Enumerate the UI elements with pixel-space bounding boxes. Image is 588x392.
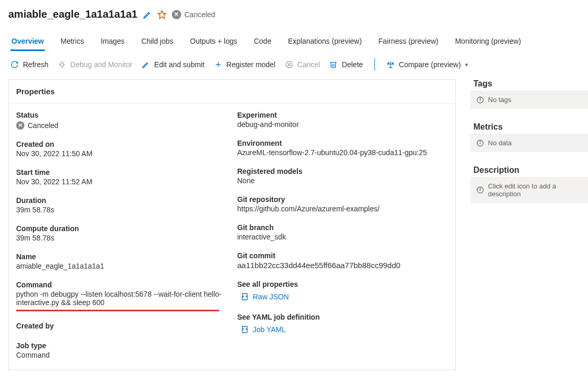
tab-overview[interactable]: Overview — [10, 33, 45, 51]
description-empty-box[interactable]: Click edit icon to add a description — [470, 177, 588, 203]
job-type-label: Job type — [16, 342, 227, 350]
job-yaml-link[interactable]: Job YAML — [241, 325, 286, 334]
tab-images[interactable]: Images — [99, 33, 126, 51]
tags-section: Tags No tags — [470, 79, 588, 109]
duration-label: Duration — [16, 196, 227, 205]
git-branch-value: interactive_sdk — [237, 233, 448, 241]
page-header: amiable_eagle_1a1a1a1a1 ✕ Canceled — [0, 0, 588, 23]
field-status: Status ✕ Canceled — [16, 111, 227, 130]
metrics-empty-text: No data — [488, 139, 512, 147]
tab-explanations[interactable]: Explanations (preview) — [287, 33, 363, 51]
file-icon — [241, 325, 249, 334]
job-title: amiable_eagle_1a1a1a1a1 — [8, 8, 137, 20]
canceled-icon: ✕ — [16, 121, 24, 130]
register-model-button[interactable]: Register model — [214, 60, 276, 69]
command-highlight-underline — [16, 310, 219, 311]
field-see-yaml: See YAML job definition Job YAML — [237, 313, 448, 335]
toolbar: Refresh Debug and Monitor Edit and submi… — [0, 51, 588, 79]
debug-label: Debug and Monitor — [70, 60, 132, 69]
field-name: Name amiable_eagle_1a1a1a1a1 — [16, 252, 227, 270]
tab-child-jobs[interactable]: Child jobs — [140, 33, 174, 51]
cancel-label: Cancel — [297, 60, 320, 69]
field-created-by: Created by — [16, 322, 227, 331]
registered-models-value: None — [237, 176, 448, 185]
job-type-value: Command — [16, 351, 227, 359]
raw-json-link[interactable]: Raw JSON — [241, 293, 289, 301]
edit-submit-button[interactable]: Edit and submit — [142, 60, 205, 69]
status-badge: ✕ Canceled — [172, 10, 215, 19]
tab-code[interactable]: Code — [253, 33, 272, 51]
field-job-type: Job type Command — [16, 342, 227, 359]
info-icon — [477, 96, 484, 104]
field-experiment: Experiment debug-and-monitor — [237, 111, 448, 129]
cancel-button: Cancel — [285, 60, 320, 69]
registered-models-label: Registered models — [237, 167, 448, 175]
git-repo-value: https://github.com/Azure/azureml-example… — [237, 205, 448, 213]
field-registered-models: Registered models None — [237, 167, 448, 185]
job-yaml-label: Job YAML — [253, 325, 286, 334]
cancel-icon — [285, 60, 293, 69]
svg-point-18 — [480, 141, 480, 142]
file-icon — [241, 293, 249, 301]
scale-icon — [386, 60, 395, 69]
experiment-label: Experiment — [237, 111, 448, 119]
refresh-label: Refresh — [23, 60, 48, 69]
pencil-icon — [142, 60, 150, 69]
register-model-label: Register model — [227, 60, 276, 69]
svg-point-21 — [480, 188, 480, 189]
compare-label: Compare (preview) — [399, 60, 461, 69]
properties-left-column: Status ✕ Canceled Created on Nov 30, 202… — [16, 111, 227, 359]
created-on-value: Nov 30, 2022 11:50 AM — [16, 149, 227, 158]
metrics-section: Metrics No data — [470, 122, 588, 152]
field-see-all-props: See all properties Raw JSON — [237, 280, 448, 302]
canceled-icon: ✕ — [172, 10, 181, 19]
tags-empty-box: No tags — [470, 91, 588, 109]
compare-button[interactable]: Compare (preview) ▾ — [386, 60, 468, 69]
name-label: Name — [16, 252, 227, 261]
delete-button[interactable]: Delete — [329, 60, 362, 69]
edit-title-icon[interactable] — [143, 10, 152, 19]
environment-label: Environment — [237, 139, 448, 147]
command-label: Command — [16, 281, 227, 289]
status-text: Canceled — [184, 10, 215, 19]
debug-button: Debug and Monitor — [58, 60, 132, 69]
field-created-on: Created on Nov 30, 2022 11:50 AM — [16, 140, 227, 158]
see-yaml-label: See YAML job definition — [237, 313, 448, 321]
plus-icon — [214, 60, 222, 69]
experiment-link[interactable]: debug-and-monitor — [237, 120, 448, 129]
bug-icon — [58, 60, 66, 69]
trash-icon — [329, 60, 337, 69]
duration-value: 39m 58.78s — [16, 206, 227, 214]
git-commit-link[interactable]: aa11bb22cc33dd44ee55ff66aa77bb88cc99dd0 — [237, 261, 448, 270]
field-compute-duration: Compute duration 39m 58.78s — [16, 224, 227, 242]
tab-metrics[interactable]: Metrics — [59, 33, 85, 51]
content-area: Properties Status ✕ Canceled Created on … — [0, 79, 588, 381]
toolbar-separator — [374, 58, 375, 71]
environment-link[interactable]: AzureML-tensorflow-2.7-ubuntu20.04-py38-… — [237, 148, 448, 157]
chevron-down-icon: ▾ — [465, 61, 468, 68]
svg-point-15 — [480, 98, 480, 98]
tab-outputs-logs[interactable]: Outputs + logs — [189, 33, 239, 51]
field-duration: Duration 39m 58.78s — [16, 196, 227, 214]
description-section: Description Click edit icon to add a des… — [470, 166, 588, 203]
edit-submit-label: Edit and submit — [154, 60, 205, 69]
status-label: Status — [16, 111, 227, 119]
field-start-time: Start time Nov 30, 2022 11:52 AM — [16, 168, 227, 186]
properties-header: Properties — [9, 80, 455, 104]
field-environment: Environment AzureML-tensorflow-2.7-ubunt… — [237, 139, 448, 157]
git-commit-label: Git commit — [237, 251, 448, 260]
name-value: amiable_eagle_1a1a1a1a1 — [16, 262, 227, 270]
refresh-button[interactable]: Refresh — [10, 60, 48, 69]
description-empty-text: Click edit icon to add a description — [488, 182, 582, 198]
field-command: Command python -m debugpy --listen local… — [16, 281, 227, 311]
tab-monitoring[interactable]: Monitoring (preview) — [454, 33, 522, 51]
start-time-value: Nov 30, 2022 11:52 AM — [16, 178, 227, 186]
favorite-star-icon[interactable] — [157, 10, 167, 19]
tab-fairness[interactable]: Fairness (preview) — [378, 33, 440, 51]
compute-duration-value: 39m 58.78s — [16, 234, 227, 242]
see-all-props-label: See all properties — [237, 280, 448, 288]
status-value: Canceled — [28, 121, 58, 130]
start-time-label: Start time — [16, 168, 227, 176]
description-header: Description — [470, 166, 588, 177]
created-on-label: Created on — [16, 140, 227, 148]
